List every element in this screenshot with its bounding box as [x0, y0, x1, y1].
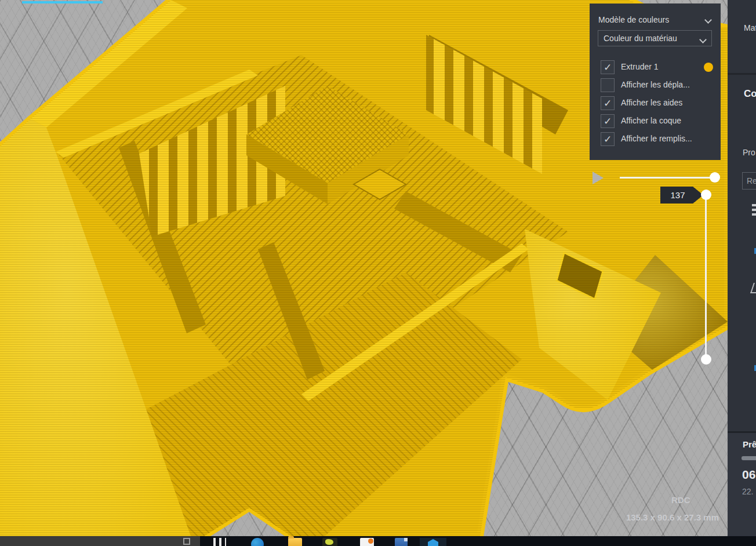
simulation-play-button[interactable] — [593, 172, 604, 184]
taskbar-light-orange-app-icon[interactable] — [360, 538, 374, 546]
simulation-slider-track[interactable] — [620, 177, 714, 179]
print-settings-heading: Co — [744, 88, 756, 100]
extruder-1-checkbox[interactable] — [601, 60, 615, 74]
extruder-row: Extruder 1 — [590, 60, 721, 75]
status-progress-bar — [742, 456, 756, 460]
taskbar-gray-app-icon[interactable] — [183, 538, 190, 545]
model-dimensions-label: 135.3 x 90.6 x 27.3 mm — [580, 512, 719, 522]
simulation-slider-handle[interactable] — [710, 172, 720, 183]
extruder-1-color-swatch — [704, 63, 713, 72]
model-name-label: RDC — [671, 495, 690, 505]
color-scheme-dropdown-value: Couleur du matériau — [604, 34, 677, 43]
color-scheme-title: Modèle de couleurs — [598, 15, 669, 24]
profile-label: Pro — [743, 148, 755, 157]
dropdown-chevron-icon — [700, 36, 706, 42]
show-shell-checkbox[interactable] — [601, 114, 615, 128]
taskbar-chart-bars-icon[interactable] — [213, 538, 226, 546]
nozzle-highlight-line — [22, 1, 103, 3]
show-shell-row: Afficher la coque — [590, 114, 721, 129]
print-settings-sidebar: Mat Co Pro Prê 06 22. — [728, 0, 756, 536]
layer-slider-upper-handle[interactable] — [701, 190, 711, 200]
show-travels-label: Afficher les dépla... — [621, 80, 690, 89]
windows-taskbar — [0, 536, 756, 546]
sidebar-divider — [728, 73, 756, 75]
layer-slider-track[interactable] — [705, 195, 707, 360]
show-infill-checkbox[interactable] — [601, 132, 615, 146]
taskbar-blue-circle-app-icon[interactable] — [251, 538, 264, 546]
panel-collapse-chevron-icon[interactable] — [706, 16, 711, 22]
show-helpers-row: Afficher les aides — [590, 96, 721, 111]
infill-category-icon — [750, 283, 756, 293]
material-usage-estimate: 22. — [742, 487, 753, 496]
show-helpers-checkbox[interactable] — [601, 96, 615, 110]
taskbar-left-segment — [0, 536, 200, 546]
show-helpers-label: Afficher les aides — [621, 98, 682, 107]
slicer-preview-window: Modèle de couleurs Couleur du matériau E… — [0, 0, 756, 546]
color-scheme-dropdown[interactable]: Couleur du matériau — [598, 30, 712, 46]
taskbar-cura-app-icon-active[interactable] — [420, 538, 446, 546]
taskbar-dark-yellow-app-icon[interactable] — [322, 538, 337, 546]
show-travels-checkbox[interactable] — [601, 78, 615, 92]
ready-status-heading: Prê — [743, 439, 756, 449]
settings-list-icon — [752, 204, 756, 216]
show-shell-label: Afficher la coque — [621, 116, 681, 125]
material-label: Mat — [744, 23, 756, 32]
show-travels-row: Afficher les dépla... — [590, 78, 721, 93]
print-estimate-section: Prê 06 22. — [728, 433, 756, 536]
layer-number-value: 137 — [670, 190, 685, 200]
layer-slider-lower-handle[interactable] — [701, 354, 711, 365]
print-time-estimate: 06 — [742, 468, 755, 482]
show-infill-label: Afficher le remplis... — [621, 134, 692, 143]
taskbar-blue-document-icon[interactable] — [395, 538, 408, 546]
extruder-1-label: Extruder 1 — [621, 62, 659, 71]
taskbar-folder-icon[interactable] — [288, 538, 302, 546]
show-infill-row: Afficher le remplis... — [590, 132, 721, 147]
settings-search-input[interactable] — [742, 172, 756, 190]
color-scheme-panel: Modèle de couleurs Couleur du matériau E… — [590, 3, 721, 160]
